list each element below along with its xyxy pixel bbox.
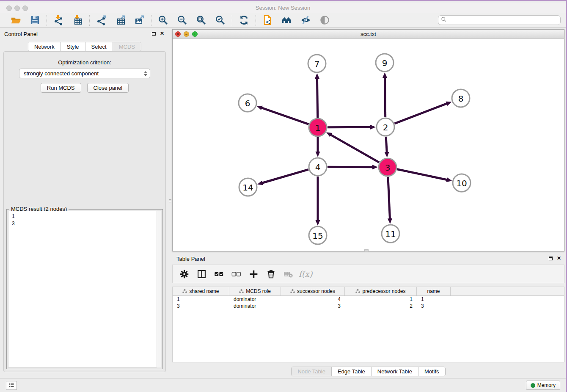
graph-edge-3-10[interactable]	[397, 169, 448, 180]
column-header-shared-name[interactable]: shared name	[173, 287, 229, 295]
tab-network-table[interactable]: Network Table	[372, 367, 418, 376]
graph-arrowhead	[315, 73, 319, 79]
column-header-MCDS-role[interactable]: MCDS role	[229, 287, 281, 295]
birds-eye-view-icon	[319, 15, 330, 25]
float-panel-icon[interactable]	[152, 32, 156, 36]
panel-divider-grip[interactable]	[169, 197, 172, 204]
graph-edge-4-3[interactable]	[328, 167, 373, 167]
chevron-updown-icon	[144, 71, 147, 76]
network-window-titlebar[interactable]: ✕ − + scc.txt	[173, 30, 564, 39]
export-network-button[interactable]	[96, 14, 107, 26]
control-panel-title: Control Panel	[4, 31, 38, 37]
table-settings-button[interactable]	[179, 268, 190, 279]
table-cell[interactable]: 1	[417, 296, 451, 303]
hierarchy-icon	[355, 289, 360, 294]
graph-edge-3-1[interactable]	[330, 135, 379, 163]
export-table-button[interactable]	[115, 14, 126, 26]
table-cell[interactable]: dominator	[229, 296, 281, 303]
column-header-label: successor nodes	[297, 288, 335, 294]
export-image-button[interactable]	[134, 14, 145, 26]
function-builder-icon: f(x)	[299, 269, 313, 279]
zoom-out-button[interactable]	[176, 14, 188, 26]
mcds-result-list[interactable]: 13	[8, 211, 161, 367]
deselect-all-icon	[231, 269, 241, 279]
graph-edge-2-9[interactable]	[385, 77, 385, 117]
new-network-from-selection-button[interactable]	[262, 14, 273, 26]
network-canvas[interactable]: 7968124314101511	[173, 39, 564, 251]
graph-edge-4-14[interactable]	[262, 169, 308, 183]
float-table-panel-icon[interactable]	[549, 257, 553, 260]
tab-select[interactable]: Select	[85, 42, 113, 51]
criterion-select[interactable]: strongly connected component	[19, 69, 150, 78]
tab-edge-table[interactable]: Edge Table	[332, 367, 372, 376]
graph-edge-2-8[interactable]	[394, 103, 447, 124]
new-network-from-selection-icon	[262, 15, 273, 25]
column-header-successor-nodes[interactable]: successor nodes	[281, 287, 345, 295]
tab-node-table[interactable]: Node Table	[292, 367, 332, 376]
save-button[interactable]	[29, 14, 41, 26]
open-folder-button[interactable]	[10, 14, 22, 26]
horizontal-divider-grip[interactable]	[364, 249, 369, 252]
delete-row-button[interactable]	[265, 268, 276, 279]
table-cell[interactable]: 1	[173, 296, 229, 303]
result-line: 1	[12, 213, 161, 220]
split-columns-icon	[197, 269, 206, 279]
graph-arrowhead	[257, 181, 263, 185]
memory-button[interactable]: Memory	[526, 381, 560, 390]
refresh-button[interactable]	[238, 14, 250, 26]
table-cell[interactable]: dominator	[229, 303, 281, 309]
tab-motifs[interactable]: Motifs	[418, 367, 445, 376]
zoom-fit-button[interactable]	[195, 14, 207, 26]
zoom-in-icon	[158, 15, 168, 25]
birds-eye-view-button[interactable]	[319, 14, 330, 26]
toggle-graphics-details-button[interactable]	[300, 14, 311, 26]
table-cell[interactable]: 4	[281, 296, 345, 303]
column-header-name[interactable]: name	[417, 287, 451, 295]
tab-mcds[interactable]: MCDS	[113, 42, 141, 51]
zoom-in-button[interactable]	[157, 14, 169, 26]
export-table-icon	[115, 15, 126, 25]
graph-edge-2-3[interactable]	[386, 137, 387, 153]
show-panels-button[interactable]	[6, 381, 17, 390]
close-table-panel-icon[interactable]: ✕	[557, 257, 561, 260]
graph-node-label-2: 2	[383, 122, 388, 133]
zoom-selected-button[interactable]	[215, 14, 226, 26]
table-body: 1dominator4113dominator323	[173, 296, 564, 309]
table-cell[interactable]: 2	[345, 303, 417, 309]
graph-edge-1-6[interactable]	[261, 108, 308, 124]
table-cell[interactable]: 3	[173, 303, 229, 309]
close-panel-button[interactable]: Close panel	[87, 83, 129, 93]
deselect-all-button[interactable]	[231, 268, 242, 279]
import-table-button[interactable]	[72, 14, 83, 26]
table-header-row: shared nameMCDS rolesuccessor nodesprede…	[173, 287, 564, 296]
search-box[interactable]	[438, 15, 561, 25]
graph-node-label-15: 15	[312, 231, 323, 241]
add-row-icon	[249, 269, 259, 279]
add-row-button[interactable]	[248, 268, 259, 279]
split-columns-button[interactable]	[196, 268, 207, 279]
graph-edge-3-11[interactable]	[388, 177, 390, 219]
column-header-predecessor-nodes[interactable]: predecessor nodes	[345, 287, 417, 295]
table-cell[interactable]: 1	[345, 296, 417, 303]
select-all-button[interactable]	[213, 268, 224, 279]
graph-node-label-11: 11	[385, 229, 396, 239]
table-cell[interactable]: 3	[281, 303, 345, 309]
network-overview-button[interactable]	[281, 14, 292, 26]
graph-edge-1-2[interactable]	[328, 127, 371, 127]
table-cell[interactable]: 3	[417, 303, 451, 309]
network-window-title: scc.txt	[173, 31, 564, 37]
table-row[interactable]: 1dominator411	[173, 296, 564, 303]
tab-style[interactable]: Style	[61, 42, 85, 51]
graph-arrowhead	[388, 218, 392, 224]
graph-edge-1-7[interactable]	[317, 78, 317, 118]
graph-arrowhead	[383, 72, 387, 78]
result-scrollbar[interactable]	[157, 211, 161, 367]
tab-network[interactable]: Network	[28, 42, 61, 51]
search-input[interactable]	[449, 17, 560, 23]
save-icon	[30, 15, 40, 25]
close-panel-icon[interactable]: ✕	[160, 32, 164, 36]
window-title: Session: New Session	[0, 5, 566, 11]
run-mcds-button[interactable]: Run MCDS	[41, 83, 81, 93]
table-row[interactable]: 3dominator323	[173, 303, 564, 309]
import-network-button[interactable]	[53, 14, 64, 26]
